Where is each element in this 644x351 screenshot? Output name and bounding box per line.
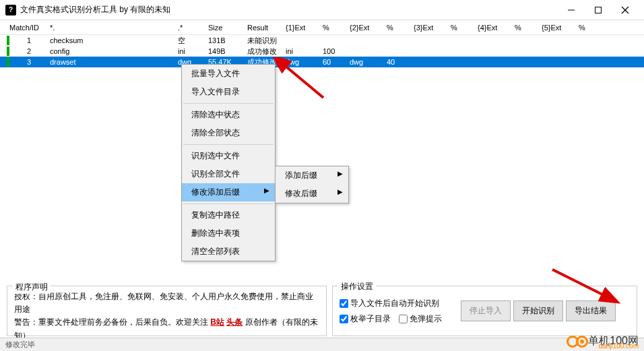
menu-label: 添加后缀 <box>285 170 317 180</box>
cell-e1: dwg <box>283 58 320 66</box>
cell-id: 1 <box>11 36 47 44</box>
stop-import-button: 停止导入 <box>461 300 511 321</box>
menu-separator <box>183 203 273 204</box>
checkbox-label: 枚举子目录 <box>350 313 391 325</box>
col-p4[interactable]: % <box>512 24 539 32</box>
menu-detect-all[interactable]: 识别全部文件 <box>182 165 275 183</box>
start-detect-button[interactable]: 开始识别 <box>513 300 563 321</box>
row-marker <box>7 46 9 56</box>
cell-result: 成功修改 <box>245 46 283 57</box>
menu-label: 修改后缀 <box>285 189 317 198</box>
svg-line-4 <box>283 64 323 98</box>
cell-p2: 40 <box>384 58 411 66</box>
minimize-button[interactable] <box>558 1 585 20</box>
cell-id: 2 <box>11 47 47 55</box>
row-marker <box>7 36 9 45</box>
cell-p1: 100 <box>320 47 347 55</box>
menu-modify-suffix[interactable]: 修改添加后缀▶ <box>182 183 275 201</box>
toutiao-link[interactable]: 头条 <box>226 317 243 327</box>
operations-panel: 操作设置 导入文件后自动开始识别 枚举子目录 免弹提示 停止导入 开始识别 导出… <box>332 286 637 336</box>
col-e1[interactable]: {1}Ext <box>283 24 320 32</box>
col-e4[interactable]: {4}Ext <box>475 24 512 32</box>
cell-result: 未能识别 <box>245 36 283 46</box>
watermark-url: danji100.com <box>599 342 639 350</box>
col-match[interactable]: Match/ID <box>7 24 47 32</box>
app-icon: ? <box>5 5 16 15</box>
cell-e2: dwg <box>347 58 384 66</box>
menu-label: 修改添加后缀 <box>191 187 240 197</box>
decl-text: 警告：重要文件处理前务必备份，后果自负。欢迎关注 <box>14 317 210 327</box>
menu-separator <box>183 103 273 104</box>
maximize-button[interactable] <box>585 1 612 20</box>
status-bar: 修改完毕 <box>0 338 644 351</box>
bilibili-link[interactable]: B站 <box>210 317 224 327</box>
col-e3[interactable]: {3}Ext <box>411 24 448 32</box>
svg-rect-1 <box>595 7 602 13</box>
declaration-panel: 程序声明 授权：自用原创工具，免注册、免联网、免安装、个人用户永久免费使用，禁止… <box>7 286 327 336</box>
submenu-add-suffix[interactable]: 添加后缀▶ <box>276 166 348 185</box>
col-e5[interactable]: {5}Ext <box>539 24 576 32</box>
col-p1[interactable]: % <box>320 24 347 32</box>
row-marker <box>7 57 9 67</box>
context-menu: 批量导入文件 导入文件目录 清除选中状态 清除全部状态 识别选中文件 识别全部文… <box>181 64 276 261</box>
table-row[interactable]: 1 checksum 空 131B 未能识别 <box>0 35 644 46</box>
chevron-right-icon: ▶ <box>264 187 269 194</box>
checkbox-label: 免弹提示 <box>410 313 442 325</box>
cell-ext: 空 <box>175 36 205 46</box>
cell-name: drawset <box>47 58 175 66</box>
decl-line1: 授权：自用原创工具，免注册、免联网、免安装、个人用户永久免费使用，禁止商业用途 <box>14 290 319 316</box>
menu-copy-path[interactable]: 复制选中路径 <box>182 206 275 224</box>
table-row-selected[interactable]: 3 drawset dwg 55.47K 成功修改 dwg 60 dwg 40 <box>0 57 644 67</box>
checkbox-label: 导入文件后自动开始识别 <box>350 298 439 309</box>
cell-name: config <box>47 47 175 55</box>
col-p3[interactable]: % <box>448 24 475 32</box>
auto-detect-checkbox[interactable]: 导入文件后自动开始识别 <box>340 298 442 309</box>
menu-clear-all-list[interactable]: 清空全部列表 <box>182 243 275 261</box>
submenu-modify-suffix[interactable]: 修改后缀▶ <box>276 185 348 203</box>
table-row[interactable]: 2 config ini 149B 成功修改 ini 100 <box>0 46 644 57</box>
export-result-button[interactable]: 导出结果 <box>566 300 616 321</box>
col-p2[interactable]: % <box>384 24 411 32</box>
menu-detect-selected[interactable]: 识别选中文件 <box>182 147 275 165</box>
cell-size: 149B <box>205 47 245 55</box>
cell-name: checksum <box>47 36 175 44</box>
table-header: Match/ID *. .* Size Result {1}Ext % {2}E… <box>0 20 644 35</box>
col-e2[interactable]: {2}Ext <box>347 24 384 32</box>
no-popup-checkbox[interactable]: 免弹提示 <box>399 313 442 325</box>
panel-title: 程序声明 <box>13 281 51 294</box>
menu-delete-selected[interactable]: 删除选中表项 <box>182 224 275 243</box>
panel-title: 操作设置 <box>338 281 376 292</box>
chevron-right-icon: ▶ <box>337 170 343 177</box>
enum-subdir-checkbox[interactable]: 枚举子目录 <box>340 313 391 325</box>
col-name[interactable]: *. <box>47 24 175 32</box>
close-button[interactable] <box>612 1 639 20</box>
col-size[interactable]: Size <box>205 24 245 32</box>
menu-separator <box>183 144 273 145</box>
table-body: 1 checksum 空 131B 未能识别 2 config ini 149B… <box>0 35 644 67</box>
col-result[interactable]: Result <box>245 24 283 32</box>
cell-id: 3 <box>11 58 47 66</box>
window-title: 文件真实格式识别分析工具 by 有限的未知 <box>20 4 558 15</box>
cell-p1: 60 <box>320 58 347 66</box>
watermark: 单机100网 danji100.com <box>567 334 639 348</box>
cell-ext: ini <box>175 47 205 55</box>
cell-e1: ini <box>283 47 320 55</box>
chevron-right-icon: ▶ <box>337 188 343 195</box>
context-submenu: 添加后缀▶ 修改后缀▶ <box>275 166 349 203</box>
menu-batch-import[interactable]: 批量导入文件 <box>182 65 275 83</box>
col-ext[interactable]: .* <box>175 24 205 32</box>
watermark-logo-icon <box>567 336 585 348</box>
cell-size: 131B <box>205 36 245 44</box>
menu-import-dir[interactable]: 导入文件目录 <box>182 83 275 101</box>
col-p5[interactable]: % <box>576 24 603 32</box>
menu-clear-all-state[interactable]: 清除全部状态 <box>182 124 275 142</box>
menu-clear-sel-state[interactable]: 清除选中状态 <box>182 106 275 124</box>
title-bar: ? 文件真实格式识别分析工具 by 有限的未知 <box>0 0 644 20</box>
